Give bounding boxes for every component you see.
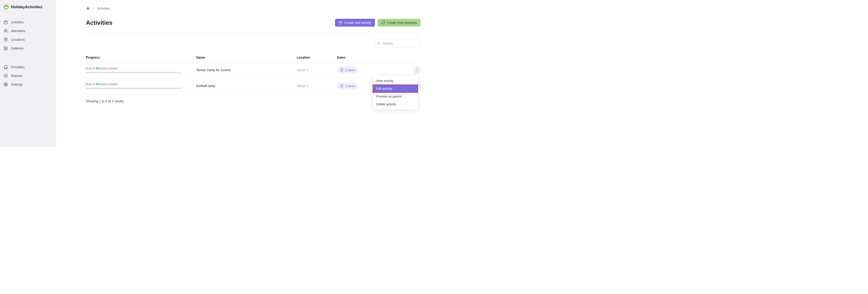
sidebar: HolidayActivities Activities Attendees L… (0, 0, 56, 147)
row-actions-button[interactable] (413, 66, 421, 74)
dates-badge[interactable]: 3 dates (337, 83, 358, 89)
row-actions-dropdown: View activity Edit activity Preview as p… (373, 75, 418, 109)
calendar-icon (340, 68, 343, 72)
sidebar-item-settings[interactable]: Settings (0, 80, 56, 89)
sidebar-item-label: Locations (11, 38, 25, 41)
dates-badge[interactable]: 2 dates (337, 67, 358, 73)
page-header: Activities Create new activity Create fr… (86, 19, 421, 27)
svg-point-15 (377, 42, 380, 45)
nav-group-admin: Providers Reports Settings (0, 61, 56, 90)
breadcrumb: / Activities (86, 6, 421, 10)
logo[interactable]: HolidayActivities (0, 5, 56, 17)
header-name: Name (196, 56, 297, 59)
sidebar-item-label: Reports (11, 74, 22, 77)
activity-name: Tennis Camp for Juniors (196, 68, 297, 72)
page-title: Activities (86, 19, 113, 26)
table-row: 0 out of 20 places booked football camp … (86, 78, 421, 94)
dropdown-edit-activity[interactable]: Edit activity (373, 85, 418, 93)
image-icon (4, 46, 8, 51)
svg-rect-24 (341, 85, 343, 87)
svg-point-5 (5, 39, 6, 40)
logo-icon (4, 5, 9, 10)
results-summary: Showing 1 to 2 of 2 results (86, 99, 421, 103)
dates-label: 2 dates (345, 68, 355, 72)
nav-group-main: Activities Attendees Locations Galleries (0, 17, 56, 54)
calendar-plus-icon (339, 21, 342, 25)
refresh-icon (381, 21, 385, 25)
svg-point-23 (416, 71, 417, 71)
sidebar-item-reports[interactable]: Reports (0, 71, 56, 80)
header-progress: Progress (86, 56, 196, 59)
table-row: 0 out of 20 places booked Tennis Camp fo… (86, 62, 421, 78)
logo-text: HolidayActivities (11, 5, 42, 9)
download-icon (4, 74, 8, 78)
sidebar-item-label: Activities (11, 21, 24, 24)
activity-location: Venue 1 (297, 68, 337, 72)
more-vertical-icon (415, 68, 418, 72)
progress-text: 0 out of 20 places booked (86, 67, 192, 70)
create-from-previous-button[interactable]: Create from previous (378, 19, 421, 27)
sidebar-item-locations[interactable]: Locations (0, 35, 56, 44)
table-header: Progress Name Location Dates (86, 53, 421, 62)
calendar-icon (4, 20, 8, 24)
main-content: / Activities Activities Create new activ… (56, 0, 434, 147)
dropdown-preview-as-parent[interactable]: Preview as parent (373, 93, 418, 100)
svg-rect-17 (341, 69, 343, 71)
breadcrumb-separator: / (93, 7, 94, 10)
sidebar-item-label: Providers (11, 65, 25, 69)
create-new-activity-button[interactable]: Create new activity (335, 19, 375, 27)
svg-rect-0 (4, 21, 7, 24)
activities-table: Progress Name Location Dates 0 out of 20… (86, 53, 421, 94)
page-actions: Create new activity Create from previous (335, 19, 421, 27)
activity-name: football camp (196, 84, 297, 88)
dates-label: 3 dates (345, 84, 355, 88)
svg-rect-11 (339, 22, 342, 24)
svg-point-22 (416, 70, 417, 70)
calendar-icon (340, 84, 343, 88)
svg-point-10 (5, 84, 6, 85)
sidebar-item-label: Attendees (11, 29, 25, 33)
header-location: Location (297, 56, 337, 59)
search-input[interactable] (375, 40, 421, 47)
sidebar-item-providers[interactable]: Providers (0, 63, 56, 71)
svg-point-21 (416, 69, 417, 69)
home-icon[interactable] (86, 6, 90, 10)
pin-icon (4, 38, 8, 42)
svg-line-16 (379, 44, 380, 45)
sidebar-item-activities[interactable]: Activities (0, 18, 56, 27)
book-icon (4, 65, 8, 69)
breadcrumb-current: Activities (97, 7, 110, 10)
search-row (86, 40, 421, 47)
sidebar-item-label: Settings (11, 83, 23, 86)
header-dates: Dates (337, 56, 404, 59)
gear-icon (4, 83, 8, 87)
users-icon (4, 29, 8, 33)
button-label: Create new activity (344, 21, 371, 25)
progress-text: 0 out of 20 places booked (86, 83, 192, 86)
dropdown-delete-activity[interactable]: Delete activity (373, 100, 418, 108)
button-label: Create from previous (387, 21, 417, 25)
sidebar-item-galleries[interactable]: Galleries (0, 44, 56, 53)
search-icon (377, 42, 381, 45)
progress-bar (86, 88, 181, 89)
svg-point-7 (5, 47, 5, 48)
sidebar-item-attendees[interactable]: Attendees (0, 27, 56, 35)
progress-bar (86, 72, 181, 73)
svg-point-4 (5, 29, 6, 31)
dropdown-view-activity[interactable]: View activity (373, 77, 418, 85)
activity-location: Venue 1 (297, 84, 337, 88)
sidebar-item-label: Galleries (11, 46, 24, 50)
